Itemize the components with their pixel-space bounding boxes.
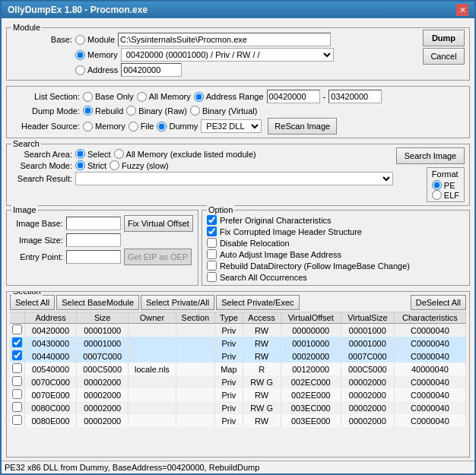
close-button[interactable]: ✕	[456, 4, 468, 16]
rebuild-radio[interactable]	[83, 106, 93, 116]
elf-label: ELF	[444, 191, 459, 200]
strict-radio-label: Strict	[87, 161, 106, 170]
format-label: Format	[432, 169, 459, 179]
row-section	[176, 414, 215, 427]
row-check[interactable]	[10, 375, 25, 388]
row-size: 00002000	[77, 388, 129, 401]
strict-radio[interactable]	[75, 160, 85, 170]
base-label: Base:	[11, 35, 72, 44]
row-vsize: 00002000	[341, 388, 394, 401]
row-check[interactable]	[10, 337, 25, 350]
row-address: 0080E000	[25, 414, 77, 427]
row-chars: 40000040	[394, 363, 465, 375]
row-check[interactable]	[10, 363, 25, 375]
row-vsize: 00002000	[341, 375, 394, 388]
memory-src-radio[interactable]	[83, 122, 93, 131]
select-base-module-button[interactable]: Select BaseModule	[56, 295, 139, 310]
row-address: 00420000	[25, 324, 77, 337]
row-check[interactable]	[10, 414, 25, 427]
search-area-label: Search Area:	[11, 150, 72, 159]
auto-adjust-label: Auto Adjust Image Base Address	[220, 250, 341, 259]
row-section	[176, 324, 215, 337]
table-row[interactable]: 0080C000 00002000 Priv RW G 003EC000 000…	[10, 401, 466, 414]
row-section	[176, 388, 215, 401]
disable-relocation-checkbox[interactable]	[207, 238, 217, 248]
table-row[interactable]: 00440000 0007C000 Priv RW 00020000 0007C…	[10, 350, 466, 363]
row-size: 0007C000	[77, 350, 129, 363]
address-radio[interactable]	[75, 65, 85, 75]
row-voffset: 00010000	[281, 337, 341, 350]
binary-raw-radio[interactable]	[126, 106, 136, 116]
get-eip-button[interactable]: Get EIP as OEP	[124, 249, 192, 265]
section-table: Address Size Owner Section Type Access V…	[10, 312, 466, 427]
fix-virtual-offset-button[interactable]: Fix Virtual Offset	[124, 215, 193, 232]
image-base-input[interactable]: 00420000	[66, 217, 121, 230]
all-memory-exclude-radio[interactable]	[114, 149, 124, 159]
row-check[interactable]	[10, 401, 25, 414]
search-group-label: Search	[11, 139, 41, 148]
select-private-exec-button[interactable]: Select Private/Exec	[216, 295, 299, 310]
table-row[interactable]: 00430000 00001000 Priv RW 00010000 00001…	[10, 337, 466, 350]
memory-radio[interactable]	[75, 50, 85, 60]
table-row[interactable]: 0070E000 00002000 Priv RW 002EE000 00002…	[10, 388, 466, 401]
dump-button[interactable]: Dump	[423, 30, 465, 46]
module-path-input[interactable]: C:\SysinternalsSuite\Procmon.exe	[118, 33, 331, 46]
table-row[interactable]: 0080E000 00002000 Priv RW 003EE000 00002…	[10, 414, 466, 427]
all-memory-exclude-label: All Memory (exclude listed module)	[126, 150, 256, 159]
row-check[interactable]	[10, 324, 25, 337]
rescan-image-button[interactable]: ReScan Image	[268, 118, 337, 135]
elf-radio[interactable]	[432, 190, 442, 200]
search-result-select[interactable]	[75, 172, 393, 185]
memory-select[interactable]: 00420000 (00001000) / Priv / RW / /	[121, 48, 334, 62]
module-group-label: Module	[11, 23, 42, 32]
row-access: R	[243, 363, 281, 375]
col-size: Size	[77, 312, 129, 324]
entry-point-input[interactable]: 00010000	[66, 250, 121, 264]
fix-corrupted-checkbox[interactable]	[207, 226, 217, 236]
row-check[interactable]	[10, 388, 25, 401]
col-chars: Characteristics	[394, 312, 465, 324]
cancel-button[interactable]: Cancel	[423, 48, 465, 65]
addr-to-input[interactable]: 03420000	[328, 90, 382, 103]
row-section	[176, 363, 215, 375]
option-group-label: Option	[207, 205, 234, 214]
addr-range-radio[interactable]	[194, 92, 204, 102]
row-check[interactable]	[10, 350, 25, 363]
module-radio[interactable]	[75, 35, 85, 45]
format-box: Format PE ELF	[427, 167, 465, 202]
row-access: RW	[243, 388, 281, 401]
select-radio-label: Select	[87, 150, 111, 159]
base-only-radio[interactable]	[83, 92, 93, 102]
row-vsize: 000C5000	[341, 363, 394, 375]
row-chars: C0000040	[394, 388, 465, 401]
auto-adjust-checkbox[interactable]	[207, 249, 217, 259]
row-section	[176, 375, 215, 388]
deselect-all-button[interactable]: DeSelect All	[411, 295, 466, 310]
rebuild-datadir-checkbox[interactable]	[207, 261, 217, 271]
table-row[interactable]: 00420000 00001000 Priv RW 00000000 00001…	[10, 324, 466, 337]
dummy-src-radio[interactable]	[157, 122, 167, 131]
binary-virtual-radio[interactable]	[190, 106, 200, 116]
table-row[interactable]: 0070C000 00002000 Priv RW G 002EC000 000…	[10, 375, 466, 388]
file-src-radio[interactable]	[129, 122, 138, 131]
select-private-all-button[interactable]: Select Private/All	[141, 295, 214, 310]
row-owner	[129, 414, 176, 427]
addr-from-input[interactable]: 00420000	[267, 90, 320, 103]
prefer-original-checkbox[interactable]	[207, 215, 217, 225]
all-memory-radio[interactable]	[137, 92, 147, 102]
row-voffset: 00000000	[281, 324, 341, 337]
address-input[interactable]: 00420000	[121, 63, 182, 77]
search-image-button[interactable]: Search Image	[396, 147, 465, 164]
option-group: Option Prefer Original Characteristics F…	[202, 210, 470, 286]
search-all-checkbox[interactable]	[207, 272, 217, 282]
image-size-input[interactable]: 0009C000	[66, 233, 121, 247]
dummy-type-select[interactable]: PE32 DLL	[201, 119, 262, 133]
select-all-button[interactable]: Select All	[10, 295, 55, 310]
table-row[interactable]: 00540000 000C5000 locale.nls Map R 00120…	[10, 363, 466, 375]
fuzzy-radio[interactable]	[109, 160, 119, 170]
col-voffset: VirtualOffset	[281, 312, 341, 324]
row-chars: C0000040	[394, 337, 465, 350]
row-access: RW G	[243, 401, 281, 414]
select-radio[interactable]	[75, 149, 85, 159]
pe-radio[interactable]	[432, 180, 442, 190]
